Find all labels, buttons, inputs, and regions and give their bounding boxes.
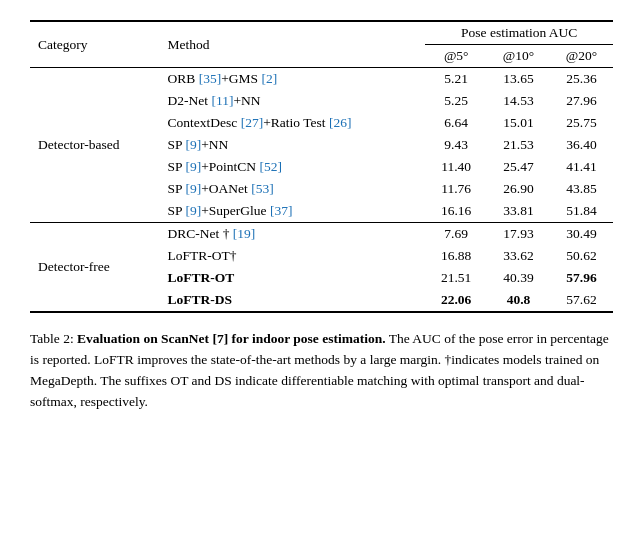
method-cell: LoFTR-OT	[160, 267, 426, 289]
at10-header: @10°	[487, 45, 550, 68]
at10-value: 33.81	[487, 200, 550, 223]
at20-value: 41.41	[550, 156, 613, 178]
at10-value: 13.65	[487, 68, 550, 91]
at10-value: 26.90	[487, 178, 550, 200]
category-cell: Detector-based	[30, 68, 160, 223]
at20-value: 27.96	[550, 90, 613, 112]
at20-value: 43.85	[550, 178, 613, 200]
at5-value: 16.16	[425, 200, 487, 223]
at10-value: 21.53	[487, 134, 550, 156]
at5-value: 7.69	[425, 223, 487, 246]
method-cell: SP [9]+PointCN [52]	[160, 156, 426, 178]
method-cell: SP [9]+OANet [53]	[160, 178, 426, 200]
at20-value: 36.40	[550, 134, 613, 156]
at10-value: 14.53	[487, 90, 550, 112]
at5-value: 5.21	[425, 68, 487, 91]
at5-value: 6.64	[425, 112, 487, 134]
category-header: Category	[30, 21, 160, 68]
at10-value: 25.47	[487, 156, 550, 178]
at10-value: 15.01	[487, 112, 550, 134]
at20-value: 57.96	[550, 267, 613, 289]
at10-value: 40.39	[487, 267, 550, 289]
at10-value: 33.62	[487, 245, 550, 267]
pose-estimation-header: Pose estimation AUC	[425, 21, 613, 45]
method-header: Method	[160, 21, 426, 68]
at10-value: 40.8	[487, 289, 550, 312]
method-cell: D2-Net [11]+NN	[160, 90, 426, 112]
method-cell: SP [9]+NN	[160, 134, 426, 156]
at20-value: 51.84	[550, 200, 613, 223]
at20-value: 30.49	[550, 223, 613, 246]
at5-value: 16.88	[425, 245, 487, 267]
at20-value: 57.62	[550, 289, 613, 312]
method-cell: ORB [35]+GMS [2]	[160, 68, 426, 91]
at5-value: 21.51	[425, 267, 487, 289]
method-cell: LoFTR-OT†	[160, 245, 426, 267]
at10-value: 17.93	[487, 223, 550, 246]
method-cell: DRC-Net † [19]	[160, 223, 426, 246]
at20-value: 25.75	[550, 112, 613, 134]
table-container: Category Method Pose estimation AUC @5° …	[30, 20, 613, 313]
at5-value: 5.25	[425, 90, 487, 112]
data-table: Category Method Pose estimation AUC @5° …	[30, 20, 613, 313]
at5-value: 22.06	[425, 289, 487, 312]
method-cell: LoFTR-DS	[160, 289, 426, 312]
at20-value: 25.36	[550, 68, 613, 91]
caption-bold-text: Evaluation on ScanNet [7] for indoor pos…	[77, 331, 386, 346]
at5-value: 11.76	[425, 178, 487, 200]
caption-label: Table 2:	[30, 331, 74, 346]
method-cell: ContextDesc [27]+Ratio Test [26]	[160, 112, 426, 134]
table-caption: Table 2: Evaluation on ScanNet [7] for i…	[30, 329, 613, 413]
method-cell: SP [9]+SuperGlue [37]	[160, 200, 426, 223]
at20-value: 50.62	[550, 245, 613, 267]
at5-header: @5°	[425, 45, 487, 68]
at5-value: 9.43	[425, 134, 487, 156]
category-cell: Detector-free	[30, 223, 160, 313]
at5-value: 11.40	[425, 156, 487, 178]
at20-header: @20°	[550, 45, 613, 68]
